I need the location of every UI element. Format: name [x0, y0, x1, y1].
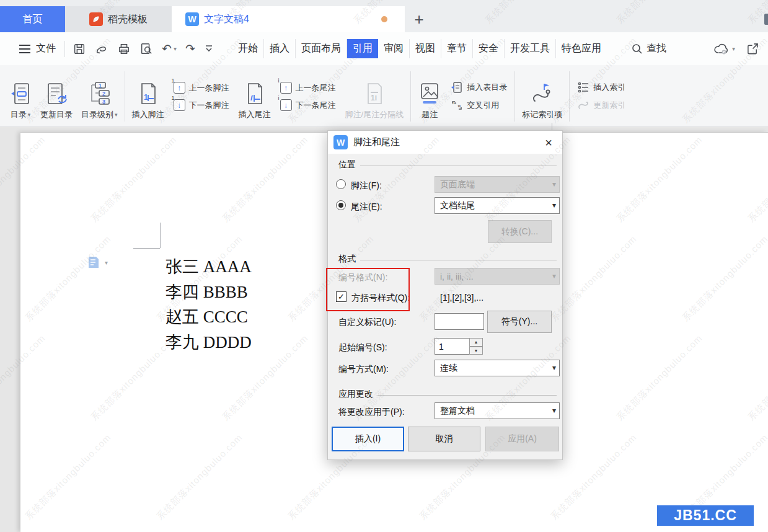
next-footnote-button[interactable]: 1↓ 下一条脚注	[174, 99, 229, 111]
update-toc-button[interactable]: 更新目录	[36, 69, 77, 124]
insert-footnote-icon: 1	[137, 81, 159, 106]
tab-home[interactable]: 首页	[0, 6, 65, 32]
margin-corner-mark	[133, 248, 160, 249]
menu-item-section[interactable]: 章节	[441, 39, 473, 58]
search-icon	[632, 43, 643, 55]
toc-icon	[9, 81, 32, 106]
document-line: 李四 BBBB	[166, 280, 252, 305]
menu-item-dev-tools[interactable]: 开发工具	[505, 39, 556, 58]
footnote-radio[interactable]	[336, 179, 346, 189]
custom-mark-input[interactable]	[435, 313, 484, 330]
file-menu[interactable]: 文件	[0, 42, 64, 55]
footnote-endnote-dialog: W 脚注和尾注 × 位置 脚注(F): 页面底端 ▾ 尾注(E): 文档结尾 ▾…	[327, 130, 563, 460]
apply-to-label: 将更改应用于(P):	[338, 407, 405, 418]
menu-item-view[interactable]: 视图	[410, 39, 441, 58]
docer-leaf-icon	[89, 12, 103, 26]
update-index-button: 更新索引	[577, 99, 625, 112]
menu-item-home[interactable]: 开始	[232, 39, 264, 58]
position-section-header: 位置	[338, 159, 557, 171]
check-icon: ✓	[338, 292, 345, 301]
footnote-separator-button: 1i 脚注/尾注分隔线	[341, 69, 408, 124]
hamburger-icon	[19, 45, 31, 53]
endnote-position-dropdown[interactable]: 文档结尾 ▾	[435, 197, 560, 214]
wps-writer-icon: W	[333, 135, 348, 149]
cross-reference-button[interactable]: “” 交叉引用	[451, 99, 507, 112]
save-icon[interactable]	[73, 42, 86, 56]
footnote-position-dropdown: 页面底端 ▾	[435, 176, 560, 193]
cancel-button[interactable]: 取消	[408, 427, 480, 451]
menu-item-review[interactable]: 审阅	[378, 39, 410, 58]
export-pdf-icon[interactable]	[95, 42, 108, 56]
dropdown-caret-icon: ▾	[105, 259, 108, 266]
print-preview-icon[interactable]	[139, 42, 153, 56]
menu-item-insert[interactable]: 插入	[264, 39, 296, 58]
start-number-stepper: ▲ ▼	[469, 338, 483, 355]
stepper-down-icon[interactable]: ▼	[469, 347, 483, 355]
dialog-title-bar: W 脚注和尾注 ×	[328, 131, 562, 154]
ribbon-references: 目录▾ 更新目录 123 目录级别▾ 1 插入脚注 1↑ 上一条脚注 1↓ 下一…	[0, 65, 768, 127]
insert-button[interactable]: 插入(I)	[332, 427, 404, 451]
svg-text:3: 3	[102, 99, 105, 105]
svg-text:”: ”	[457, 104, 461, 112]
insert-table-of-figures-button[interactable]: 插入表目录	[451, 81, 507, 94]
caption-icon	[418, 81, 441, 106]
dropdown-arrow-icon: ▾	[552, 180, 556, 188]
start-number-input[interactable]: 1	[435, 338, 470, 355]
cloud-caret-icon[interactable]: ▾	[732, 45, 735, 52]
next-endnote-button[interactable]: i↓ 下一条尾注	[280, 99, 336, 111]
next-endnote-icon: i↓	[280, 99, 292, 111]
apply-button: 应用(A)	[485, 427, 559, 451]
menu-items: 开始 插入 页面布局 引用 审阅 视图 章节 安全 开发工具 特色应用	[232, 39, 607, 58]
collapse-ribbon-icon[interactable]	[204, 45, 214, 53]
next-footnote-icon: 1↓	[174, 99, 185, 111]
undo-icon[interactable]: ↶	[162, 43, 172, 55]
toc-button[interactable]: 目录▾	[5, 69, 36, 124]
symbol-button[interactable]: 符号(Y)...	[487, 311, 552, 333]
print-icon[interactable]	[117, 42, 131, 56]
search-box[interactable]: 查找	[632, 42, 666, 55]
insert-endnote-button[interactable]: i 插入尾注	[234, 69, 275, 124]
redo-icon[interactable]: ↷	[185, 43, 195, 55]
numbering-method-dropdown[interactable]: 连续 ▾	[435, 360, 560, 376]
tab-docer-templates[interactable]: 稻壳模板	[65, 6, 172, 32]
svg-text:1: 1	[99, 82, 102, 89]
prev-footnote-button[interactable]: 1↑ 上一条脚注	[174, 82, 229, 94]
menu-item-references[interactable]: 引用	[347, 39, 378, 58]
custom-mark-label: 自定义标记(U):	[338, 317, 396, 328]
tab-document[interactable]: W 文字文稿4	[172, 6, 405, 32]
menu-item-security[interactable]: 安全	[473, 39, 505, 58]
document-line: 李九 DDDD	[166, 330, 252, 355]
bracket-style-label: 方括号样式(Q):	[351, 293, 410, 304]
ribbon-group-divider	[569, 71, 570, 122]
footnote-separator-icon: 1i	[363, 81, 386, 106]
svg-text:1i: 1i	[371, 94, 377, 102]
bracket-style-checkbox[interactable]: ✓	[336, 291, 346, 302]
apply-to-dropdown[interactable]: 整篇文档 ▾	[435, 402, 560, 419]
menu-item-page-layout[interactable]: 页面布局	[296, 39, 347, 58]
close-icon[interactable]: ×	[542, 135, 555, 150]
menu-item-featured-apps[interactable]: 特色应用	[556, 39, 607, 58]
insert-footnote-button[interactable]: 1 插入脚注	[128, 69, 169, 124]
insert-index-button[interactable]: 插入索引	[577, 81, 625, 94]
stepper-up-icon[interactable]: ▲	[469, 338, 483, 347]
document-line: 张三 AAAA	[166, 254, 252, 280]
dropdown-arrow-icon: ▾	[552, 363, 556, 372]
new-tab-button[interactable]: +	[405, 6, 433, 32]
cloud-offline-icon[interactable]	[713, 43, 730, 55]
jb51-badge: JB51.CC	[657, 505, 754, 526]
insert-endnote-icon: i	[244, 81, 266, 106]
endnote-radio[interactable]	[336, 200, 346, 210]
undo-caret-icon[interactable]: ▾	[174, 45, 177, 52]
ribbon-group-divider	[410, 71, 411, 122]
insert-table-of-figures-icon	[451, 81, 463, 94]
toc-level-button[interactable]: 123 目录级别▾	[77, 69, 122, 124]
paste-options-widget[interactable]: ▾	[87, 255, 108, 269]
window-control-sliver	[764, 14, 768, 25]
caption-button[interactable]: 题注	[413, 69, 446, 124]
prev-endnote-button[interactable]: i↑ 上一条尾注	[280, 82, 336, 94]
toc-level-icon: 123	[86, 81, 113, 106]
prev-footnote-icon: 1↑	[174, 82, 185, 94]
dropdown-caret-icon: ▾	[28, 112, 31, 118]
mark-index-entry-button[interactable]: 标记索引项	[518, 69, 567, 124]
share-icon[interactable]	[746, 42, 759, 55]
